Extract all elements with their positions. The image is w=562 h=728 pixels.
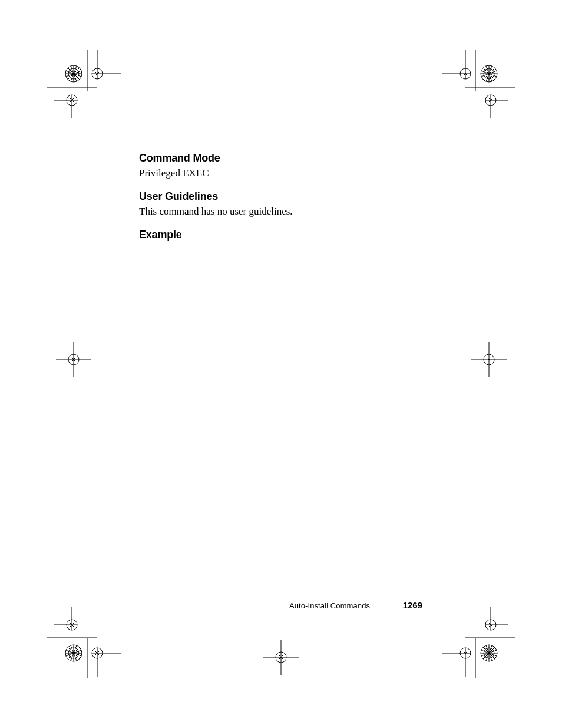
crop-mark-icon (50, 336, 97, 383)
crop-mark-icon (433, 47, 527, 118)
crop-mark-icon (35, 607, 130, 684)
crop-mark-icon (35, 47, 130, 118)
page-content: Command Mode Privileged EXEC User Guidel… (139, 152, 422, 243)
footer-page-number: 1269 (403, 600, 422, 610)
crop-mark-icon (465, 336, 513, 383)
text-user-guidelines: This command has no user guidelines. (139, 205, 422, 218)
heading-example: Example (139, 229, 422, 241)
heading-user-guidelines: User Guidelines (139, 190, 422, 203)
crop-mark-icon (257, 634, 305, 681)
page-footer: Auto-Install Commands 1269 (289, 600, 422, 611)
footer-section: Auto-Install Commands (289, 601, 370, 610)
crop-mark-icon (433, 607, 527, 684)
heading-command-mode: Command Mode (139, 152, 422, 164)
text-command-mode: Privileged EXEC (139, 167, 422, 180)
footer-separator (386, 602, 386, 609)
